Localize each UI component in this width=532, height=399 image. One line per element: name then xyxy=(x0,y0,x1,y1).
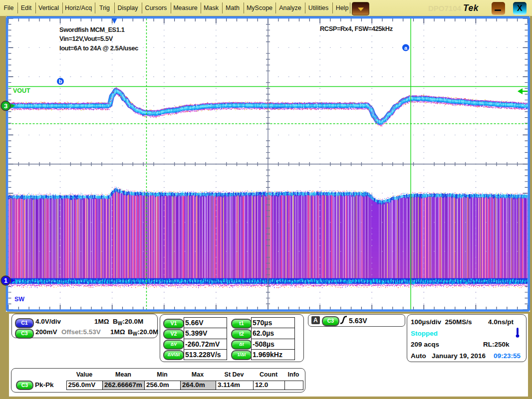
svg-text:b: b xyxy=(59,78,62,84)
svg-text:RCSP=Rx4, FSW=425kHz: RCSP=Rx4, FSW=425kHz xyxy=(320,25,393,32)
svg-text:Vin=12V,Vout=5.5V: Vin=12V,Vout=5.5V xyxy=(59,35,113,42)
svg-text:Swordfish MCM_ES1.1: Swordfish MCM_ES1.1 xyxy=(59,26,125,33)
svg-text:SW: SW xyxy=(14,296,24,303)
svg-text:Iout=6A to 24A @ 2.5A/usec: Iout=6A to 24A @ 2.5A/usec xyxy=(59,44,138,52)
svg-text:a: a xyxy=(404,45,408,51)
svg-text:1: 1 xyxy=(4,277,8,284)
svg-text:VOUT: VOUT xyxy=(13,87,30,94)
svg-text:3: 3 xyxy=(4,102,8,110)
